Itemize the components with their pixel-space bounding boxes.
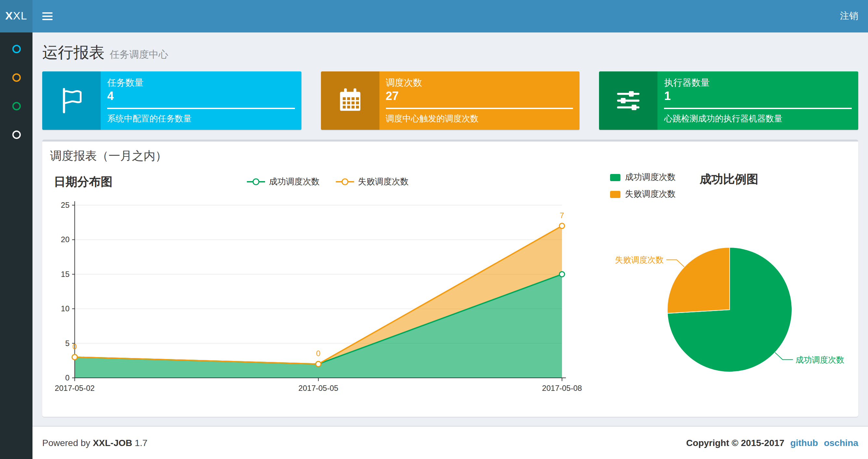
top-navbar: XXL 注销 (0, 0, 868, 32)
pie-legend-item-1[interactable]: 成功调度次数 (610, 171, 676, 183)
logo-text-rest: XL (13, 10, 27, 23)
pie-plot: 成功调度次数失败调度次数 (606, 204, 852, 405)
github-link[interactable]: github (790, 437, 818, 448)
date-distribution-chart: 日期分布图 成功调度次数失败调度次数 05101520252017-05-022… (49, 170, 606, 408)
sidebar-menu (0, 32, 32, 149)
page-title: 运行报表任务调度中心 (42, 42, 858, 63)
copyright: Copyright © 2015-2017githuboschina (686, 437, 858, 448)
content: 任务数量 4 系统中配置的任务数量 (32, 71, 868, 417)
progress-bar (107, 108, 294, 109)
info-box-description: 系统中配置的任务数量 (107, 113, 294, 125)
svg-text:10: 10 (61, 304, 69, 313)
circle-icon (12, 73, 21, 81)
line-area-plot: 05101520252017-05-022017-05-052017-05-08… (49, 194, 601, 396)
svg-text:5: 5 (65, 339, 69, 348)
logo-text-bold: X (5, 10, 13, 23)
info-box-content: 执行器数量 1 心跳检测成功的执行器机器数量 (658, 71, 858, 130)
panel-title: 调度报表（一月之内） (50, 148, 850, 164)
page-subtitle: 任务调度中心 (110, 49, 168, 60)
svg-text:失败调度次数: 失败调度次数 (615, 255, 664, 264)
info-box-label: 执行器数量 (664, 77, 852, 89)
pie-chart-title: 成功比例图 (700, 171, 758, 187)
legend-swatch (610, 191, 620, 198)
info-box-row: 任务数量 4 系统中配置的任务数量 (42, 71, 858, 130)
line-legend-item-1[interactable]: 成功调度次数 (246, 176, 320, 188)
line-chart-head: 日期分布图 成功调度次数失败调度次数 (49, 170, 606, 194)
app-root: XXL 注销 运行报表任务调度中心 任 (0, 0, 868, 459)
logout-link[interactable]: 注销 (830, 0, 868, 32)
info-box-content: 任务数量 4 系统中配置的任务数量 (101, 71, 301, 130)
pie-legend-item-2[interactable]: 失败调度次数 (610, 188, 676, 200)
content-header: 运行报表任务调度中心 (32, 32, 868, 63)
svg-text:成功调度次数: 成功调度次数 (796, 355, 844, 364)
info-box-task-count: 任务数量 4 系统中配置的任务数量 (42, 71, 301, 130)
svg-text:2017-05-02: 2017-05-02 (55, 384, 95, 392)
legend-label: 失败调度次数 (358, 176, 409, 188)
info-box-trigger-count: 调度次数 27 调度中心触发的调度次数 (321, 71, 580, 130)
sidebar-item-3[interactable] (0, 92, 32, 120)
svg-text:2017-05-08: 2017-05-08 (542, 384, 582, 392)
sidebar-item-2[interactable] (0, 63, 32, 92)
info-box-value: 1 (664, 90, 852, 103)
progress-bar (664, 108, 852, 109)
sidebar-toggle-button[interactable] (32, 0, 62, 32)
svg-text:20: 20 (61, 235, 69, 244)
line-series-marker-icon (246, 177, 266, 186)
svg-text:0: 0 (72, 342, 77, 351)
circle-icon (12, 130, 21, 139)
pie-chart-head: 成功调度次数失败调度次数 成功比例图 (606, 170, 852, 204)
progress-bar (385, 108, 573, 109)
success-ratio-chart: 成功调度次数失败调度次数 成功比例图 成功调度次数失败调度次数 (606, 170, 852, 408)
svg-text:7: 7 (560, 211, 564, 220)
legend-label: 成功调度次数 (269, 176, 320, 188)
svg-text:0: 0 (65, 373, 69, 382)
report-panel: 调度报表（一月之内） 日期分布图 成功调度次数失败调度次数 0510152025… (42, 139, 858, 417)
pie-chart-plot-area: 成功调度次数失败调度次数 (606, 204, 852, 408)
line-chart-legend: 成功调度次数失败调度次数 (49, 176, 606, 188)
svg-text:15: 15 (61, 270, 69, 278)
sidebar-item-4[interactable] (0, 120, 32, 149)
sidebar (0, 32, 32, 459)
circle-icon (12, 44, 21, 53)
circle-icon (12, 102, 21, 110)
info-box-description: 心跳检测成功的执行器机器数量 (664, 113, 852, 125)
flag-icon (42, 71, 101, 130)
hamburger-icon (42, 10, 52, 22)
line-legend-item-2[interactable]: 失败调度次数 (335, 176, 409, 188)
line-series-marker-icon (335, 177, 355, 186)
content-wrapper: 运行报表任务调度中心 任务数量 4 系统中配置的任务数量 (32, 32, 868, 426)
info-box-value: 4 (107, 90, 294, 103)
footer: Powered by XXL-JOB 1.7 Copyright © 2015-… (32, 426, 868, 459)
svg-text:0: 0 (316, 349, 320, 358)
info-box-description: 调度中心触发的调度次数 (385, 113, 573, 125)
report-panel-header: 调度报表（一月之内） (42, 141, 858, 167)
legend-label: 成功调度次数 (625, 171, 676, 183)
info-box-content: 调度次数 27 调度中心触发的调度次数 (379, 71, 580, 130)
info-box-executor-count: 执行器数量 1 心跳检测成功的执行器机器数量 (599, 71, 858, 130)
oschina-link[interactable]: oschina (824, 437, 858, 448)
info-box-label: 任务数量 (107, 77, 294, 89)
line-chart-plot-area: 05101520252017-05-022017-05-052017-05-08… (49, 194, 606, 399)
app-logo[interactable]: XXL (0, 0, 32, 32)
info-box-value: 27 (385, 90, 573, 103)
svg-text:25: 25 (61, 201, 69, 209)
legend-swatch (610, 174, 620, 181)
pie-chart-legend: 成功调度次数失败调度次数 (610, 170, 676, 200)
info-box-label: 调度次数 (385, 77, 573, 89)
report-panel-body: 日期分布图 成功调度次数失败调度次数 05101520252017-05-022… (42, 167, 858, 417)
sliders-icon (599, 71, 658, 130)
calendar-icon (321, 71, 379, 130)
powered-by: Powered by XXL-JOB 1.7 (42, 437, 148, 448)
legend-label: 失败调度次数 (625, 188, 676, 200)
sidebar-item-1[interactable] (0, 34, 32, 63)
svg-text:2017-05-05: 2017-05-05 (299, 384, 339, 392)
